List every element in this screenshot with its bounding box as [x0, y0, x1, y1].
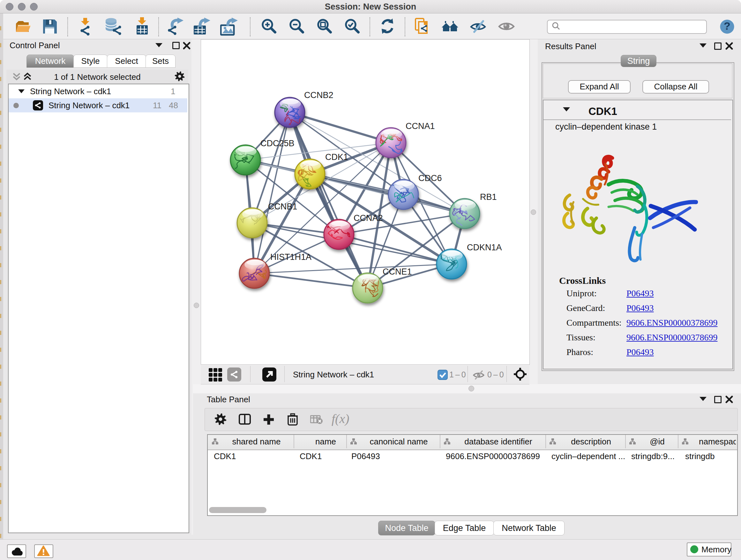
svg-text:CDKN1A: CDKN1A: [467, 243, 502, 252]
svg-text:CCNB2: CCNB2: [304, 90, 333, 100]
svg-text:HIST1H1A: HIST1H1A: [270, 252, 312, 262]
svg-text:CCNE1: CCNE1: [383, 267, 412, 276]
svg-text:CCNB1: CCNB1: [268, 202, 297, 211]
svg-text:CCNA1: CCNA1: [406, 121, 435, 131]
svg-text:?: ?: [724, 20, 731, 32]
svg-text:CDK1: CDK1: [325, 152, 348, 162]
svg-text:CCNA2: CCNA2: [354, 213, 383, 223]
svg-text:RB1: RB1: [480, 192, 497, 202]
svg-text:CDC6: CDC6: [418, 173, 442, 183]
svg-text:CDC25B: CDC25B: [260, 138, 294, 148]
